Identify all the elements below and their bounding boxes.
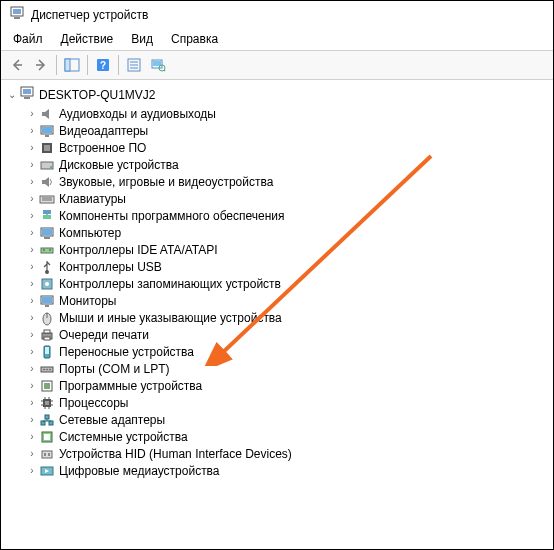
tree-node[interactable]: ›Устройства HID (Human Interface Devices… — [25, 445, 551, 462]
menu-help[interactable]: Справка — [163, 30, 226, 48]
caret-right-icon[interactable]: › — [25, 448, 39, 459]
tree-node[interactable]: ›Мыши и иные указывающие устройства — [25, 309, 551, 326]
caret-right-icon[interactable]: › — [25, 142, 39, 153]
caret-right-icon[interactable]: › — [25, 431, 39, 442]
menu-view[interactable]: Вид — [123, 30, 161, 48]
caret-right-icon[interactable]: › — [25, 227, 39, 238]
caret-right-icon[interactable]: › — [25, 346, 39, 357]
tree-node[interactable]: ›Программные устройства — [25, 377, 551, 394]
svg-rect-12 — [153, 61, 161, 66]
svg-rect-16 — [23, 89, 31, 94]
tree-root[interactable]: ⌄ DESKTOP-QU1MVJ2 — [3, 84, 551, 105]
node-label: Контроллеры запоминающих устройств — [59, 277, 281, 291]
caret-right-icon[interactable]: › — [25, 363, 39, 374]
svg-point-51 — [43, 368, 45, 370]
caret-right-icon[interactable]: › — [25, 193, 39, 204]
svg-rect-47 — [44, 337, 50, 340]
sound-icon — [39, 174, 55, 190]
app-icon — [9, 5, 25, 24]
printer-icon — [39, 327, 55, 343]
caret-right-icon[interactable]: › — [25, 125, 39, 136]
caret-right-icon[interactable]: › — [25, 261, 39, 272]
tree-node[interactable]: ›Компьютер — [25, 224, 551, 241]
show-hide-tree-button[interactable] — [60, 53, 84, 77]
toolbar-separator — [87, 55, 88, 75]
node-label: Переносные устройства — [59, 345, 194, 359]
caret-right-icon[interactable]: › — [25, 414, 39, 425]
properties-button[interactable] — [122, 53, 146, 77]
svg-point-24 — [50, 166, 52, 168]
svg-rect-57 — [45, 401, 49, 405]
caret-right-icon[interactable]: › — [25, 108, 39, 119]
forward-button[interactable] — [29, 53, 53, 77]
svg-rect-19 — [42, 127, 52, 133]
node-label: Порты (COM и LPT) — [59, 362, 170, 376]
swdev-icon — [39, 378, 55, 394]
tree-node[interactable]: ›Переносные устройства — [25, 343, 551, 360]
menu-action[interactable]: Действие — [53, 30, 122, 48]
node-label: Дисковые устройства — [59, 158, 179, 172]
tree-node[interactable]: ›Системные устройства — [25, 428, 551, 445]
cpu-icon — [39, 395, 55, 411]
svg-rect-68 — [45, 415, 49, 419]
tree-node[interactable]: ›Компоненты программного обеспечения — [25, 207, 551, 224]
node-label: Контроллеры USB — [59, 260, 162, 274]
toolbar-separator — [118, 55, 119, 75]
tree-node[interactable]: ›Встроенное ПО — [25, 139, 551, 156]
svg-point-36 — [49, 249, 51, 251]
tree-node[interactable]: ›Процессоры — [25, 394, 551, 411]
tree-node[interactable]: ›Мониторы — [25, 292, 551, 309]
tree-node[interactable]: ›Контроллеры запоминающих устройств — [25, 275, 551, 292]
disk-icon — [39, 157, 55, 173]
tree-node[interactable]: ›Порты (COM и LPT) — [25, 360, 551, 377]
monitor-icon — [39, 293, 55, 309]
tree-node[interactable]: ›Звуковые, игровые и видеоустройства — [25, 173, 551, 190]
caret-right-icon[interactable]: › — [25, 329, 39, 340]
caret-right-icon[interactable]: › — [25, 312, 39, 323]
tree-node[interactable]: ›Контроллеры USB — [25, 258, 551, 275]
caret-right-icon[interactable]: › — [25, 295, 39, 306]
node-label: Аудиовходы и аудиовыходы — [59, 107, 216, 121]
scan-hardware-button[interactable] — [146, 53, 170, 77]
tree-node[interactable]: ›Клавиатуры — [25, 190, 551, 207]
svg-rect-29 — [43, 215, 51, 219]
svg-text:?: ? — [100, 60, 106, 71]
caret-right-icon[interactable]: › — [25, 397, 39, 408]
tree-node[interactable]: ›Аудиовходы и аудиовыходы — [25, 105, 551, 122]
caret-right-icon[interactable]: › — [25, 244, 39, 255]
computer-icon — [19, 85, 35, 104]
caret-down-icon[interactable]: ⌄ — [5, 89, 19, 100]
svg-rect-66 — [41, 421, 45, 425]
svg-rect-32 — [42, 229, 52, 235]
caret-right-icon[interactable]: › — [25, 465, 39, 476]
tree-node[interactable]: ›Контроллеры IDE ATA/ATAPI — [25, 241, 551, 258]
device-tree[interactable]: ⌄ DESKTOP-QU1MVJ2 ›Аудиовходы и аудиовых… — [1, 80, 553, 550]
caret-right-icon[interactable]: › — [25, 278, 39, 289]
titlebar: Диспетчер устройств — [1, 1, 553, 28]
tree-node[interactable]: ›Цифровые медиаустройства — [25, 462, 551, 479]
root-label: DESKTOP-QU1MVJ2 — [39, 88, 155, 102]
tree-node[interactable]: ›Очереди печати — [25, 326, 551, 343]
caret-right-icon[interactable]: › — [25, 176, 39, 187]
tree-node[interactable]: ›Видеоадаптеры — [25, 122, 551, 139]
tree-node[interactable]: ›Дисковые устройства — [25, 156, 551, 173]
svg-rect-22 — [44, 145, 50, 151]
node-label: Видеоадаптеры — [59, 124, 148, 138]
caret-right-icon[interactable]: › — [25, 380, 39, 391]
node-label: Компоненты программного обеспечения — [59, 209, 285, 223]
hid-icon — [39, 446, 55, 462]
help-button[interactable]: ? — [91, 53, 115, 77]
firmware-icon — [39, 140, 55, 156]
menu-file[interactable]: Файл — [5, 30, 51, 48]
caret-right-icon[interactable]: › — [25, 159, 39, 170]
node-label: Мыши и иные указывающие устройства — [59, 311, 282, 325]
mouse-icon — [39, 310, 55, 326]
computer-icon — [39, 225, 55, 241]
svg-rect-4 — [65, 59, 70, 71]
ide-icon — [39, 242, 55, 258]
svg-rect-33 — [44, 237, 50, 239]
back-button[interactable] — [5, 53, 29, 77]
caret-right-icon[interactable]: › — [25, 210, 39, 221]
window-title: Диспетчер устройств — [31, 8, 148, 22]
tree-node[interactable]: ›Сетевые адаптеры — [25, 411, 551, 428]
